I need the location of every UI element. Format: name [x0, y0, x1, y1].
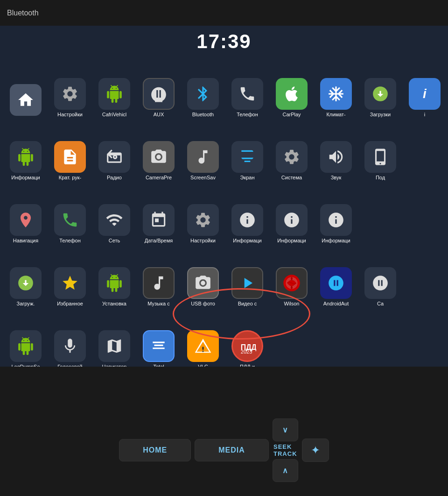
app-datetime[interactable]: Дата/Время: [138, 185, 180, 246]
app-settings[interactable]: Настройки: [49, 59, 91, 120]
app-infoapp1[interactable]: Информаци: [226, 185, 268, 246]
svg-text:2023: 2023: [241, 349, 252, 354]
app-grid: Настройки CafriVehicl AUX Bluetooth Теле…: [0, 55, 448, 367]
app-infoapp3[interactable]: Информаци: [315, 185, 357, 246]
app-music-label: Музыка с: [147, 301, 169, 307]
app-shortmanual[interactable]: Крат. рук-: [49, 122, 91, 183]
app-phone[interactable]: Телефон: [226, 59, 268, 120]
app-radio-label: Радио: [107, 175, 122, 181]
app-logdump[interactable]: LogDumpSe: [5, 311, 47, 367]
app-settings2[interactable]: Настройки: [182, 185, 224, 246]
app-sound[interactable]: Звук: [315, 122, 357, 183]
app-info-android[interactable]: Информаци: [5, 122, 47, 183]
app-install[interactable]: Установка: [93, 248, 135, 309]
app-music[interactable]: Музыка с: [138, 248, 180, 309]
app-total[interactable]: Total: [138, 311, 180, 367]
app-androidauto[interactable]: AndroidAut: [315, 248, 357, 309]
app-i[interactable]: i i: [404, 59, 446, 120]
app-settings2-label: Настройки: [190, 238, 216, 244]
app-infoapp2-label: Информаци: [277, 238, 306, 244]
app-vlc-label: VLC: [198, 364, 208, 367]
app-climate-label: Климат-: [326, 112, 345, 118]
app-datetime-label: Дата/Время: [145, 238, 173, 244]
app-pod[interactable]: Под: [359, 122, 401, 183]
app-downloads-label: Загрузки: [370, 112, 391, 118]
app-bluetooth[interactable]: Bluetooth: [182, 59, 224, 120]
app-downloads2[interactable]: Загруж.: [5, 248, 47, 309]
app-wilson-label: Wilson: [284, 301, 299, 307]
app-wilson[interactable]: Wilson: [271, 248, 313, 309]
app-total-label: Total: [153, 364, 164, 367]
app-empty3: [404, 185, 446, 246]
app-infoapp3-label: Информаци: [322, 238, 350, 244]
app-network[interactable]: Сеть: [93, 185, 135, 246]
app-favorites[interactable]: Избранное: [49, 248, 91, 309]
app-bluetooth-label: Bluetooth: [192, 112, 214, 118]
app-empty2: [359, 185, 401, 246]
app-infoapp1-label: Информаци: [233, 238, 261, 244]
app-downloads2-label: Загруж.: [17, 301, 35, 307]
time-display: 17:39: [0, 26, 448, 53]
app-screensav[interactable]: ScreenSav: [182, 122, 224, 183]
app-carplay[interactable]: CarPlay: [271, 59, 313, 120]
app-phone2[interactable]: Телефон: [49, 185, 91, 246]
app-pdd-label: ПДД и: [240, 364, 255, 367]
app-screen-label: Экран: [240, 175, 254, 181]
app-usbphoto[interactable]: USB фото: [182, 248, 224, 309]
app-androidauto-label: AndroidAut: [323, 301, 349, 307]
app-i-label: i: [424, 112, 425, 118]
bluetooth-label: Bluetooth: [7, 9, 39, 17]
app-pdd[interactable]: ПДД2023 ПДД и: [226, 311, 268, 367]
svg-point-7: [202, 350, 203, 352]
app-empty7: [359, 311, 401, 367]
app-camerapre[interactable]: CameraPre: [138, 122, 180, 183]
app-screen[interactable]: Экран: [226, 122, 268, 183]
app-ca[interactable]: Ca: [359, 248, 401, 309]
app-carplay-label: CarPlay: [282, 112, 301, 118]
svg-point-5: [291, 286, 293, 289]
app-home[interactable]: [5, 59, 47, 120]
app-voice[interactable]: Голосовой: [49, 311, 91, 367]
app-video[interactable]: Видео с: [226, 248, 268, 309]
seek-track-label: SEEKTRACK: [273, 443, 297, 457]
app-empty5: [271, 311, 313, 367]
app-camerapre-label: CameraPre: [146, 175, 172, 181]
app-logdump-label: LogDumpSe: [11, 364, 40, 367]
screen: 17:39 Настройки CafriVehicl AUX: [0, 26, 448, 367]
app-cafrivehicl[interactable]: CafriVehicl: [93, 59, 135, 120]
app-system-label: Система: [281, 175, 302, 181]
app-radio[interactable]: Радио: [93, 122, 135, 183]
app-navigator[interactable]: Навигатор: [93, 311, 135, 367]
app-settings-label: Настройки: [57, 112, 83, 118]
app-vlc[interactable]: VLC: [182, 311, 224, 367]
app-navigation[interactable]: Навигация: [5, 185, 47, 246]
seek-track-up-button[interactable]: ∧: [273, 459, 298, 482]
app-empty6: [315, 311, 357, 367]
app-shortmanual-label: Крат. рук-: [59, 175, 81, 181]
bottom-bezel: HOME MEDIA ∨ SEEKTRACK ∧ ✦: [0, 367, 448, 496]
app-navigator-label: Навигатор: [102, 364, 127, 367]
app-sound-label: Звук: [331, 175, 342, 181]
svg-rect-6: [202, 347, 203, 349]
app-favorites-label: Избранное: [57, 301, 83, 307]
app-system[interactable]: Система: [271, 122, 313, 183]
app-infoapp2[interactable]: Информаци: [271, 185, 313, 246]
app-climate[interactable]: Климат-: [315, 59, 357, 120]
app-aux-label: AUX: [154, 112, 164, 118]
app-aux[interactable]: AUX: [138, 59, 180, 120]
app-voice-label: Голосовой: [57, 364, 82, 367]
star-button[interactable]: ✦: [302, 439, 329, 462]
svg-point-4: [291, 277, 293, 280]
seek-track-down-button[interactable]: ∨: [273, 418, 298, 441]
app-phone2-label: Телефон: [59, 238, 81, 244]
app-phone-label: Телефон: [237, 112, 258, 118]
app-downloads[interactable]: Загрузки: [359, 59, 401, 120]
top-bezel: Bluetooth: [0, 0, 448, 26]
home-button[interactable]: HOME: [119, 439, 191, 461]
media-button[interactable]: MEDIA: [195, 439, 269, 461]
app-usbphoto-label: USB фото: [191, 301, 215, 307]
app-info-label: Информаци: [11, 175, 40, 181]
app-pod-label: Под: [376, 175, 385, 181]
app-cafrivehicl-label: CafriVehicl: [102, 112, 127, 118]
app-navigation-label: Навигация: [13, 238, 38, 244]
